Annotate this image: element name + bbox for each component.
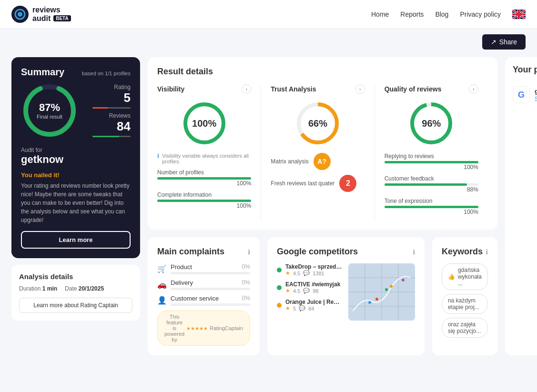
- comp-rating-0: 4.5: [293, 271, 300, 276]
- analysis-details-card: Analysis details Duration 1 min Date 20/…: [11, 265, 140, 321]
- logo: reviews audit BETA: [11, 6, 71, 23]
- logo-audit-text: audit BETA: [32, 14, 71, 23]
- see-profile-link[interactable]: See profile: [535, 96, 537, 102]
- visibility-title: Visibility ›: [157, 84, 251, 94]
- trust-percent: 66%: [308, 118, 327, 129]
- competitor-meta-0: ★ 4.5 💬 1381: [285, 270, 343, 276]
- keywords-info-icon[interactable]: ℹ: [486, 248, 488, 256]
- audit-for-name: getknow: [21, 153, 131, 166]
- visibility-col: Visibility › 100% ℹ: [157, 84, 261, 220]
- donut-label: 87% Final result: [37, 101, 62, 120]
- competitor-name-1: EACTIVE #wiemyjak: [285, 281, 343, 288]
- profile-item-0: G getknow See profile: [513, 82, 537, 107]
- competitor-dot-0: [277, 268, 282, 272]
- delivery-icon: 🚗: [157, 280, 167, 289]
- visibility-note: ℹ Visibility variable always considers a…: [157, 153, 251, 164]
- quality-metric-2: Tone of expression 100%: [385, 198, 478, 215]
- competitor-meta-2: ★ 5 💬 84: [285, 305, 343, 312]
- matrix-row: Matrix analysis A?: [271, 153, 365, 170]
- competitor-meta-1: ★ 4.5 💬 98: [285, 288, 343, 294]
- complaints-title-row: Main complaints ℹ: [157, 247, 250, 257]
- reviews-block: Reviews 84: [92, 112, 131, 137]
- nav-reports[interactable]: Reports: [400, 10, 424, 18]
- bottom-row: Main complaints ℹ 🛒 Product 0% 🚗: [148, 237, 497, 355]
- keywords-title: Keywords: [442, 247, 483, 257]
- powered-badge: This feature is powered by ★★★★★ RatingC…: [157, 311, 250, 346]
- analysis-meta: Duration 1 min Date 20/1/2025: [19, 285, 132, 292]
- trust-col: Trust Analysis › 66% Matrix: [261, 84, 375, 220]
- keywords-title-row: Keywords ℹ: [442, 247, 488, 257]
- keywords-card: Keywords ℹ 👍 gdańska wykonała ... na każ…: [432, 237, 497, 355]
- svg-point-32: [375, 298, 378, 301]
- reviews-bar: [92, 136, 131, 137]
- complaints-title: Main complaints: [157, 247, 224, 257]
- complaints-card: Main complaints ℹ 🛒 Product 0% 🚗: [148, 237, 260, 355]
- keyword-chip-2: oraz zajęła się pozycjo...: [442, 318, 488, 338]
- svg-rect-7: [512, 10, 526, 19]
- star-icon: ★: [285, 270, 290, 276]
- customer-service-icon: 👤: [157, 296, 167, 305]
- class-badge: A?: [314, 153, 331, 170]
- trust-circle: 66%: [271, 100, 365, 147]
- competitor-dot-2: [277, 303, 282, 308]
- quality-metric-0: Replying to reviews 100%: [385, 153, 478, 171]
- logo-reviews-text: reviews: [32, 6, 71, 14]
- competitor-name-2: Orange Juice | Rekla...: [285, 299, 343, 305]
- competitors-info-icon[interactable]: ℹ: [413, 248, 415, 256]
- complaint-value-0: 0%: [242, 263, 250, 271]
- left-panel: Summary based on 1/1 profiles 87% Final …: [11, 57, 140, 355]
- header: reviews audit BETA Home Reports Blog Pri…: [0, 0, 537, 29]
- quality-col: Quality of reviews › 96%: [375, 84, 488, 220]
- profile-info: getknow See profile: [535, 88, 537, 102]
- competitors-title-row: Google competitors ℹ: [277, 247, 415, 257]
- trust-chevron[interactable]: ›: [355, 84, 365, 94]
- trust-donut: 66%: [294, 100, 342, 147]
- visibility-donut: 100%: [181, 100, 228, 147]
- center-panel: Result details Visibility ›: [148, 57, 497, 355]
- rating-value: 5: [92, 90, 131, 105]
- visibility-metrics: Number of profiles 100% Complete informa…: [157, 169, 251, 209]
- comment-icon: 💬: [303, 270, 310, 276]
- quality-percent: 96%: [422, 118, 441, 129]
- complaint-item-1: 🚗 Delivery 0%: [157, 279, 250, 290]
- nav: Home Reports Blog Privacy policy: [371, 10, 526, 19]
- donut-percent: 87%: [37, 101, 62, 114]
- date-label: Date 20/1/2025: [65, 285, 104, 292]
- learn-more-button[interactable]: Learn more: [21, 231, 131, 249]
- competitors-card: Google competitors ℹ TakeDrop – sprzedaż…: [267, 237, 425, 355]
- profiles-card: Your profiles G getknow See profile: [505, 57, 537, 355]
- visibility-chevron[interactable]: ›: [242, 84, 251, 94]
- quality-donut: 96%: [407, 100, 455, 147]
- donut-chart: 87% Final result: [21, 82, 78, 139]
- quality-circle: 96%: [385, 100, 478, 147]
- quality-metric-1: Customer feedback 88%: [385, 175, 478, 193]
- reviews-value: 84: [92, 119, 131, 134]
- fresh-badge: 2: [339, 175, 356, 192]
- result-details-card: Result details Visibility ›: [148, 57, 497, 230]
- share-button[interactable]: ↗ Share: [482, 34, 526, 50]
- language-flag[interactable]: [512, 10, 526, 19]
- metrics-row: Visibility › 100% ℹ: [157, 84, 488, 220]
- complaint-item-0: 🛒 Product 0%: [157, 263, 250, 274]
- logo-icon: [11, 6, 29, 23]
- reviews-label: Reviews: [92, 112, 131, 119]
- quality-chevron[interactable]: ›: [469, 84, 478, 94]
- thumb-icon-0: 👍: [448, 273, 455, 280]
- competitor-name-0: TakeDrop – sprzedaż...: [285, 263, 343, 270]
- rating-reviews: Rating 5 Reviews 84: [92, 84, 131, 137]
- visibility-circle: 100%: [157, 100, 251, 147]
- complaints-info-icon[interactable]: ℹ: [248, 248, 250, 256]
- competitors-map: [348, 263, 415, 321]
- audit-for-label: Audit for: [21, 147, 131, 153]
- nav-home[interactable]: Home: [371, 10, 389, 18]
- visibility-metric-1: Complete information 100%: [157, 191, 251, 209]
- share-bar: ↗ Share: [0, 29, 537, 50]
- learn-rating-captain-button[interactable]: Learn more about Rating Captain: [19, 298, 132, 313]
- fresh-row: Fresh reviews last quater 2: [271, 175, 365, 192]
- nav-privacy[interactable]: Privacy policy: [460, 10, 501, 18]
- competitor-dot-1: [277, 285, 282, 290]
- product-icon: 🛒: [157, 264, 167, 273]
- complaint-label-2: Customer service: [171, 295, 242, 302]
- result-details-title: Result details: [157, 67, 488, 77]
- nav-blog[interactable]: Blog: [435, 10, 448, 18]
